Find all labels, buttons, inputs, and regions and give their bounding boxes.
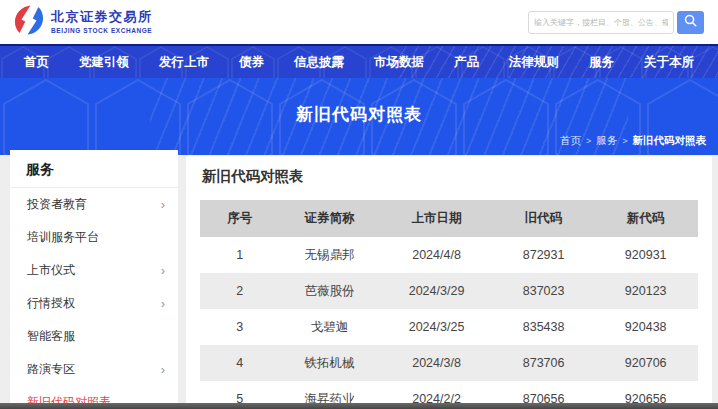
sidebar-item-label: 培训服务平台 xyxy=(27,229,99,246)
table-row: 4铁拓机械2024/3/8873706920706 xyxy=(200,345,698,381)
nav-item-about[interactable]: 关于本所 xyxy=(644,54,694,71)
sidebar-item-smart-service[interactable]: 智能客服 xyxy=(10,320,178,353)
sidebar-item-label: 智能客服 xyxy=(27,328,75,345)
breadcrumb-separator: > xyxy=(622,136,627,146)
top-header: 北京证券交易所 BEIJING STOCK EXCHANGE xyxy=(0,0,718,44)
nav-item-home[interactable]: 首页 xyxy=(24,54,49,71)
brand-name-en: BEIJING STOCK EXCHANGE xyxy=(51,27,153,34)
nav-item-market-data[interactable]: 市场数据 xyxy=(374,54,424,71)
column-header: 旧代码 xyxy=(494,200,594,237)
cell: 920656 xyxy=(593,381,698,403)
chevron-right-icon: › xyxy=(161,363,165,376)
cell: 戈碧迦 xyxy=(280,309,380,345)
cell: 1 xyxy=(200,237,280,273)
sidebar-item-training-platform[interactable]: 培训服务平台 xyxy=(10,221,178,254)
content-title: 新旧代码对照表 xyxy=(202,167,698,186)
page-banner: 新旧代码对照表 首页>服务>新旧代码对照表 xyxy=(0,78,718,155)
breadcrumb-item-code-map[interactable]: 新旧代码对照表 xyxy=(633,134,707,148)
breadcrumb-item-services[interactable]: 服务 xyxy=(596,134,617,148)
code-map-table: 序号证券简称上市日期旧代码新代码 1无锡鼎邦2024/4/88729319209… xyxy=(200,200,698,403)
nav-items: 首页党建引领发行上市债券信息披露市场数据产品法律规则服务关于本所 xyxy=(0,46,718,78)
column-header: 证券简称 xyxy=(280,200,380,237)
cell: 870656 xyxy=(494,381,594,403)
sidebar: 服务 投资者教育›培训服务平台上市仪式›行情授权›智能客服路演专区›新旧代码对照… xyxy=(10,150,178,403)
cell: 835438 xyxy=(494,309,594,345)
cell: 2 xyxy=(200,273,280,309)
sidebar-item-quote-authorization[interactable]: 行情授权› xyxy=(10,287,178,320)
page-title: 新旧代码对照表 xyxy=(0,103,718,126)
cell: 873706 xyxy=(494,345,594,381)
sidebar-item-label: 投资者教育 xyxy=(27,196,87,213)
cell: 铁拓机械 xyxy=(280,345,380,381)
main-nav: 首页党建引领发行上市债券信息披露市场数据产品法律规则服务关于本所 xyxy=(0,44,718,78)
cell: 2024/3/29 xyxy=(379,273,494,309)
table-row: 5海昇药业2024/2/2870656920656 xyxy=(200,381,698,403)
window-bottom-edge xyxy=(0,403,718,409)
nav-item-rules[interactable]: 法律规则 xyxy=(509,54,559,71)
cell: 2024/3/8 xyxy=(379,345,494,381)
nav-item-bonds[interactable]: 债券 xyxy=(239,54,264,71)
cell: 872931 xyxy=(494,237,594,273)
brand-name: 北京证券交易所 BEIJING STOCK EXCHANGE xyxy=(51,10,153,33)
cell: 5 xyxy=(200,381,280,403)
cell: 2024/4/8 xyxy=(379,237,494,273)
cell: 2024/3/25 xyxy=(379,309,494,345)
nav-item-listing[interactable]: 发行上市 xyxy=(159,54,209,71)
cell: 920438 xyxy=(593,309,698,345)
cell: 无锡鼎邦 xyxy=(280,237,380,273)
search-input[interactable] xyxy=(528,11,674,34)
cell: 4 xyxy=(200,345,280,381)
table-head-row: 序号证券简称上市日期旧代码新代码 xyxy=(200,200,698,237)
cell: 837023 xyxy=(494,273,594,309)
chevron-right-icon: › xyxy=(161,198,165,211)
cell: 芭薇股份 xyxy=(280,273,380,309)
content-card: 新旧代码对照表 序号证券简称上市日期旧代码新代码 1无锡鼎邦2024/4/887… xyxy=(186,156,712,403)
nav-item-products[interactable]: 产品 xyxy=(454,54,479,71)
cell: 920931 xyxy=(593,237,698,273)
table-row: 1无锡鼎邦2024/4/8872931920931 xyxy=(200,237,698,273)
sidebar-item-label: 路演专区 xyxy=(27,361,75,378)
sidebar-item-listing-ceremony[interactable]: 上市仪式› xyxy=(10,254,178,287)
brand-logo[interactable]: 北京证券交易所 BEIJING STOCK EXCHANGE xyxy=(14,5,153,39)
column-header: 序号 xyxy=(200,200,280,237)
chevron-right-icon: › xyxy=(161,297,165,310)
bse-lightning-icon xyxy=(14,5,44,39)
breadcrumb: 首页>服务>新旧代码对照表 xyxy=(560,134,706,148)
column-header: 新代码 xyxy=(593,200,698,237)
sidebar-item-investor-education[interactable]: 投资者教育› xyxy=(10,188,178,221)
search-button[interactable] xyxy=(677,11,704,34)
sidebar-item-label: 上市仪式 xyxy=(27,262,75,279)
breadcrumb-item-home[interactable]: 首页 xyxy=(560,134,581,148)
sidebar-item-label: 行情授权 xyxy=(27,295,75,312)
table-row: 2芭薇股份2024/3/29837023920123 xyxy=(200,273,698,309)
nav-item-disclosure[interactable]: 信息披露 xyxy=(294,54,344,71)
nav-item-party-building[interactable]: 党建引领 xyxy=(79,54,129,71)
sidebar-title: 服务 xyxy=(10,150,178,188)
brand-name-cn: 北京证券交易所 xyxy=(51,10,153,24)
sidebar-item-roadshow[interactable]: 路演专区› xyxy=(10,353,178,386)
sidebar-menu: 投资者教育›培训服务平台上市仪式›行情授权›智能客服路演专区›新旧代码对照表 xyxy=(10,188,178,409)
cell: 3 xyxy=(200,309,280,345)
cell: 920706 xyxy=(593,345,698,381)
search-icon xyxy=(683,13,698,31)
cell: 920123 xyxy=(593,273,698,309)
breadcrumb-separator: > xyxy=(586,136,591,146)
cell: 海昇药业 xyxy=(280,381,380,403)
column-header: 上市日期 xyxy=(379,200,494,237)
table-row: 3戈碧迦2024/3/25835438920438 xyxy=(200,309,698,345)
search-bar xyxy=(528,11,704,34)
table-body: 1无锡鼎邦2024/4/88729319209312芭薇股份2024/3/298… xyxy=(200,237,698,403)
nav-item-services[interactable]: 服务 xyxy=(589,54,614,71)
chevron-right-icon: › xyxy=(161,264,165,277)
cell: 2024/2/2 xyxy=(379,381,494,403)
